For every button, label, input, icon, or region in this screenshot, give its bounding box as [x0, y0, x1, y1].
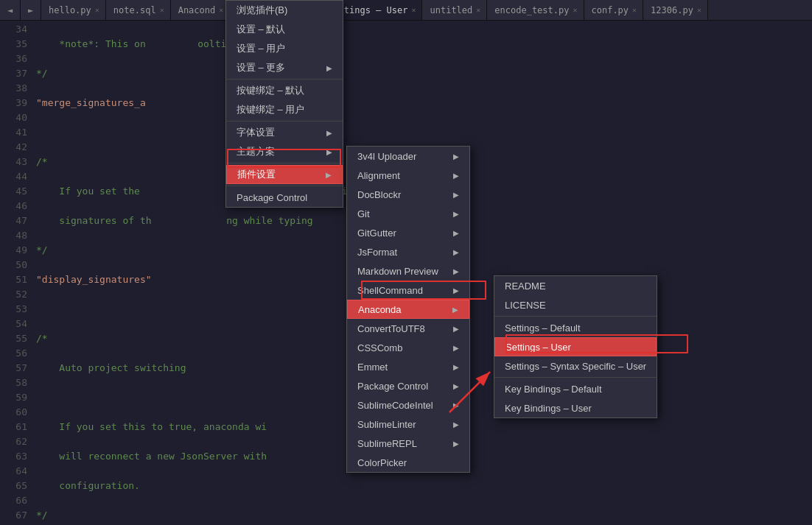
submenu-arrow-icon: ▶	[453, 440, 459, 448]
submenu-arrow-icon: ▶	[453, 401, 459, 409]
menu-item-label: 按键绑定 – 默认	[237, 84, 304, 97]
menu-item-sublimelinter[interactable]: SublimeLinter ▶	[347, 415, 469, 434]
menu-item-settings-default[interactable]: 设置 – 默认	[226, 20, 343, 39]
menu-separator	[226, 121, 343, 121]
menu-separator	[226, 186, 343, 186]
menu-item-label: LICENSE	[505, 300, 546, 311]
submenu-arrow-icon: ▶	[453, 382, 459, 390]
menu-item-package-control-2[interactable]: Package Control ▶	[347, 376, 469, 395]
submenu-arrow-icon: ▶	[453, 267, 459, 275]
menu-item-jsformat[interactable]: JsFormat ▶	[347, 242, 469, 261]
menu-item-label: DocBlockr	[357, 189, 401, 200]
menu-item-label: Emmet	[357, 362, 388, 373]
menu-item-package-control[interactable]: Package Control	[226, 188, 343, 207]
menu-item-keybind-default-2[interactable]: Key Bindings – Default	[494, 379, 657, 398]
menu-overlay[interactable]: 浏览插件(B) 设置 – 默认 设置 – 用户 设置 – 更多 ▶ 按键绑定 –…	[0, 0, 812, 525]
menu-item-label: GitGutter	[357, 228, 396, 239]
menu-item-alignment[interactable]: Alignment ▶	[347, 166, 469, 185]
submenu-arrow-icon: ▶	[453, 363, 459, 371]
menu-item-csscomb[interactable]: CSSComb ▶	[347, 338, 469, 357]
menu-item-3v4l[interactable]: 3v4l Uploader ▶	[347, 147, 469, 166]
menu-item-label: Key Bindings – Default	[505, 384, 602, 395]
menu-item-label: CSSComb	[357, 342, 402, 353]
menu-item-keybind-user[interactable]: 按键绑定 – 用户	[226, 100, 343, 119]
menu-item-settings-syntax[interactable]: Settings – Syntax Specific – User	[494, 356, 657, 376]
context-menu-l3[interactable]: README LICENSE Settings – Default Settin…	[494, 275, 657, 418]
menu-item-label: 浏览插件(B)	[237, 4, 287, 17]
menu-item-label: ConvertToUTF8	[357, 323, 425, 334]
menu-item-label: SublimeLinter	[357, 419, 416, 430]
submenu-arrow-icon: ▶	[453, 210, 459, 218]
menu-item-converttoutf8[interactable]: ConvertToUTF8 ▶	[347, 319, 469, 338]
menu-item-label: ColorPicker	[357, 457, 407, 468]
menu-item-label: Key Bindings – User	[505, 403, 592, 414]
submenu-arrow-icon: ▶	[453, 420, 459, 429]
menu-item-git[interactable]: Git ▶	[347, 204, 469, 223]
submenu-arrow-icon: ▶	[453, 248, 459, 256]
menu-item-font-settings[interactable]: 字体设置 ▶	[226, 123, 343, 142]
menu-item-settings-user[interactable]: 设置 – 用户	[226, 39, 343, 58]
menu-separator	[494, 377, 657, 378]
menu-item-license[interactable]: LICENSE	[494, 295, 657, 314]
context-menu-l1[interactable]: 浏览插件(B) 设置 – 默认 设置 – 用户 设置 – 更多 ▶ 按键绑定 –…	[225, 0, 343, 208]
submenu-arrow-icon: ▶	[452, 306, 458, 314]
menu-item-label: JsFormat	[357, 247, 397, 258]
menu-item-label: Package Control	[237, 192, 307, 203]
submenu-arrow-icon: ▶	[453, 152, 459, 161]
submenu-arrow-icon: ▶	[326, 64, 332, 72]
menu-item-label: Git	[357, 208, 370, 219]
menu-item-label: Alignment	[357, 170, 400, 181]
menu-item-anaconda[interactable]: Anaconda ▶	[347, 300, 469, 319]
submenu-arrow-icon: ▶	[453, 286, 459, 295]
menu-separator	[226, 79, 343, 80]
menu-item-shellcommand[interactable]: ShellCommand ▶	[347, 281, 469, 300]
submenu-arrow-icon: ▶	[453, 229, 459, 237]
submenu-arrow-icon: ▶	[453, 172, 459, 180]
menu-item-label: Settings – Syntax Specific – User	[505, 361, 646, 372]
menu-item-sublimecodeintel[interactable]: SublimeCodeIntel ▶	[347, 395, 469, 415]
menu-item-label: 3v4l Uploader	[357, 151, 416, 162]
main-window: ◄ ► hello.py ✕ note.sql ✕ Anacond ✕ Anac…	[0, 0, 812, 525]
menu-item-label: Package Control	[357, 381, 428, 392]
menu-item-plugin-settings[interactable]: 插件设置 ▶	[226, 165, 343, 184]
menu-item-label: Anaconda	[358, 304, 402, 315]
menu-item-emmet[interactable]: Emmet ▶	[347, 357, 469, 376]
menu-item-label: Settings – Default	[505, 323, 581, 334]
menu-item-docblockr[interactable]: DocBlockr ▶	[347, 185, 469, 204]
menu-item-settings-user-2[interactable]: Settings – User	[494, 337, 657, 356]
menu-item-readme[interactable]: README	[494, 276, 657, 295]
menu-item-label: SublimeCodeIntel	[357, 400, 433, 411]
menu-item-label: Markdown Preview	[357, 266, 438, 277]
submenu-arrow-icon: ▶	[326, 148, 332, 156]
menu-item-markdown-preview[interactable]: Markdown Preview ▶	[347, 261, 469, 281]
menu-item-label: 设置 – 默认	[237, 23, 285, 36]
menu-item-label: 字体设置	[237, 126, 275, 139]
menu-separator	[494, 316, 657, 317]
menu-item-keybind-default[interactable]: 按键绑定 – 默认	[226, 81, 343, 100]
menu-item-colorpicker[interactable]: ColorPicker	[347, 453, 469, 472]
menu-item-theme[interactable]: 主题方案 ▶	[226, 142, 343, 161]
submenu-arrow-icon: ▶	[453, 344, 459, 352]
menu-item-label: Settings – User	[505, 342, 571, 353]
context-menu-l2[interactable]: 3v4l Uploader ▶ Alignment ▶ DocBlockr ▶ …	[346, 146, 470, 473]
menu-item-sublimerepl[interactable]: SublimeREPL ▶	[347, 434, 469, 453]
menu-item-label: 插件设置	[237, 168, 276, 181]
submenu-arrow-icon: ▶	[326, 129, 332, 137]
menu-item-settings-more[interactable]: 设置 – 更多 ▶	[226, 58, 343, 77]
menu-separator	[226, 163, 343, 163]
menu-item-label: README	[505, 281, 546, 292]
menu-item-keybind-user-2[interactable]: Key Bindings – User	[494, 398, 657, 417]
menu-item-label: SublimeREPL	[357, 438, 417, 449]
menu-item-label: 设置 – 更多	[237, 61, 285, 74]
menu-item-label: 主题方案	[237, 145, 275, 158]
menu-item-label: 设置 – 用户	[237, 42, 285, 55]
submenu-arrow-icon: ▶	[326, 171, 332, 179]
menu-item-label: ShellCommand	[357, 285, 423, 296]
submenu-arrow-icon: ▶	[453, 191, 459, 199]
menu-item-settings-default-2[interactable]: Settings – Default	[494, 318, 657, 337]
submenu-arrow-icon: ▶	[453, 325, 459, 333]
menu-item-browser-plugin[interactable]: 浏览插件(B)	[226, 1, 343, 20]
menu-item-label: 按键绑定 – 用户	[237, 103, 304, 116]
menu-item-gitgutter[interactable]: GitGutter ▶	[347, 223, 469, 242]
